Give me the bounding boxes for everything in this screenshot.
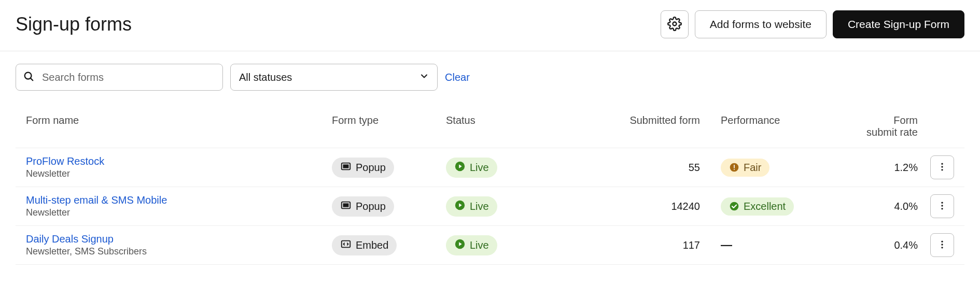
- play-circle-icon: [454, 200, 466, 213]
- status-cell: Live: [446, 158, 586, 178]
- popup-icon: [340, 200, 352, 213]
- submitted-value: 55: [586, 162, 700, 174]
- svg-point-12: [941, 169, 943, 170]
- form-name-cell: Multi-step email & SMS MobileNewsletter: [26, 194, 332, 218]
- clear-filters-link[interactable]: Clear: [445, 72, 470, 83]
- more-vertical-icon: [937, 201, 947, 212]
- table-row: ProFlow RestockNewsletterPopupLive55Fair…: [16, 148, 964, 187]
- submit-rate-value: 0.4%: [866, 239, 918, 251]
- form-type-cell: Popup: [332, 196, 446, 217]
- svg-point-26: [941, 247, 943, 248]
- form-type-label: Popup: [356, 162, 386, 174]
- page-header: Sign-up forms Add forms to website Creat…: [0, 0, 980, 51]
- gear-icon: [667, 17, 682, 33]
- search-input[interactable]: [16, 64, 223, 91]
- row-more-button[interactable]: [930, 155, 954, 179]
- svg-rect-14: [343, 204, 348, 207]
- popup-icon: [340, 161, 352, 175]
- more-vertical-icon: [937, 239, 947, 251]
- col-form-type: Form type: [332, 115, 446, 138]
- table-header: Form name Form type Status Submitted for…: [16, 99, 964, 148]
- form-type-cell: Embed: [332, 235, 446, 255]
- col-form-name: Form name: [26, 115, 332, 138]
- col-performance: Performance: [700, 115, 866, 138]
- form-type-label: Embed: [356, 239, 388, 251]
- embed-icon: [340, 238, 352, 252]
- row-more-button[interactable]: [930, 233, 954, 257]
- page-title: Sign-up forms: [16, 13, 132, 35]
- search-wrapper: [16, 64, 223, 91]
- status-label: Live: [470, 239, 489, 251]
- svg-point-0: [673, 22, 676, 25]
- status-label: Live: [470, 201, 489, 212]
- col-submitted: Submitted form: [586, 115, 700, 138]
- create-form-button[interactable]: Create Sign-up Form: [833, 10, 964, 38]
- svg-rect-8: [734, 165, 735, 168]
- row-actions: [918, 233, 954, 257]
- forms-table: Form name Form type Status Submitted for…: [16, 99, 964, 265]
- svg-point-24: [941, 240, 943, 242]
- form-type-label: Popup: [356, 201, 386, 212]
- more-vertical-icon: [937, 162, 947, 174]
- submitted-value: 117: [586, 239, 700, 251]
- form-type-badge: Popup: [332, 158, 394, 178]
- form-name-cell: Daily Deals SignupNewsletter, SMS Subscr…: [26, 233, 332, 257]
- table-row: Multi-step email & SMS MobileNewsletterP…: [16, 187, 964, 226]
- form-type-badge: Popup: [332, 196, 394, 217]
- table-row: Daily Deals SignupNewsletter, SMS Subscr…: [16, 226, 964, 265]
- performance-cell: —: [700, 238, 866, 252]
- form-name-link[interactable]: ProFlow Restock: [26, 155, 104, 167]
- performance-badge: Fair: [721, 159, 769, 177]
- form-subtitle: Newsletter: [26, 168, 70, 179]
- svg-point-20: [941, 208, 943, 209]
- form-type-cell: Popup: [332, 158, 446, 178]
- performance-empty: —: [721, 238, 732, 252]
- play-circle-icon: [454, 161, 466, 175]
- form-subtitle: Newsletter: [26, 207, 70, 218]
- form-name-link[interactable]: Daily Deals Signup: [26, 233, 114, 245]
- col-submit-rate: Form submit rate: [866, 115, 918, 138]
- status-badge: Live: [446, 196, 497, 217]
- submit-rate-value: 4.0%: [866, 201, 918, 212]
- svg-rect-21: [342, 240, 351, 247]
- svg-rect-9: [734, 169, 735, 170]
- status-cell: Live: [446, 196, 586, 217]
- form-name-link[interactable]: Multi-step email & SMS Mobile: [26, 194, 167, 206]
- row-more-button[interactable]: [930, 194, 954, 218]
- svg-point-19: [941, 205, 943, 206]
- status-badge: Live: [446, 235, 497, 255]
- header-actions: Add forms to website Create Sign-up Form: [661, 10, 964, 38]
- svg-point-25: [941, 244, 943, 245]
- form-type-badge: Embed: [332, 235, 397, 255]
- submitted-value: 14240: [586, 201, 700, 212]
- row-actions: [918, 194, 954, 218]
- row-actions: [918, 155, 954, 179]
- svg-rect-4: [343, 165, 348, 168]
- svg-point-17: [730, 202, 739, 211]
- status-label: Live: [470, 162, 489, 174]
- performance-badge: Excellent: [721, 197, 794, 216]
- col-status: Status: [446, 115, 586, 138]
- status-filter[interactable]: All statuses: [230, 64, 438, 91]
- performance-cell: Excellent: [700, 197, 866, 216]
- add-forms-button[interactable]: Add forms to website: [695, 10, 827, 38]
- settings-button[interactable]: [661, 10, 689, 38]
- warning-icon: [729, 162, 739, 173]
- performance-cell: Fair: [700, 159, 866, 177]
- table-body: ProFlow RestockNewsletterPopupLive55Fair…: [16, 148, 964, 265]
- form-subtitle: Newsletter, SMS Subscribers: [26, 246, 147, 257]
- form-name-cell: ProFlow RestockNewsletter: [26, 155, 332, 179]
- status-badge: Live: [446, 158, 497, 178]
- check-circle-icon: [729, 201, 739, 211]
- status-cell: Live: [446, 235, 586, 255]
- svg-point-18: [941, 202, 943, 203]
- status-filter-wrapper: All statuses: [230, 64, 438, 91]
- svg-point-11: [941, 166, 943, 167]
- play-circle-icon: [454, 238, 466, 252]
- svg-point-10: [941, 163, 943, 164]
- toolbar: All statuses Clear: [0, 51, 980, 99]
- submit-rate-value: 1.2%: [866, 162, 918, 174]
